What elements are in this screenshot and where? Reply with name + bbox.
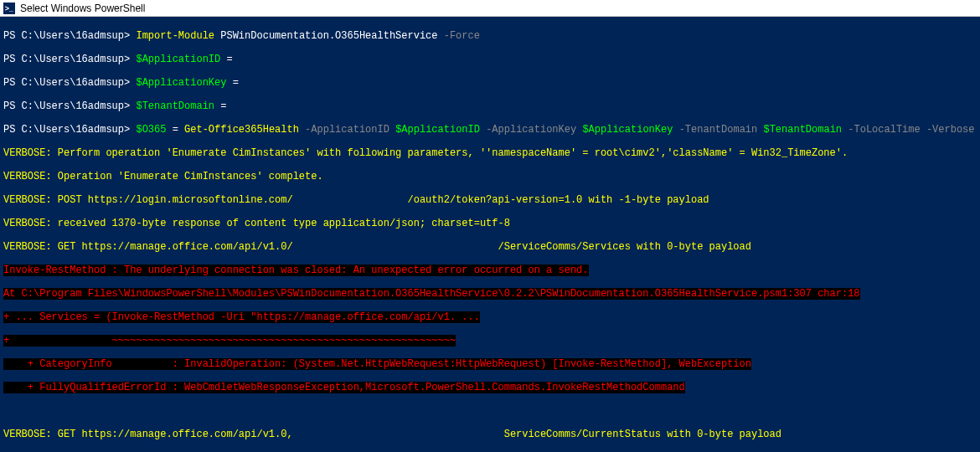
- error-line: + ~~~~~~~~~~~~~~~~~~~~~~~~~~~~~~~~~~~~~~…: [3, 335, 977, 347]
- error-line: + ... Services = (Invoke-RestMethod -Uri…: [3, 311, 977, 323]
- command-line: PS C:\Users\16admsup> $TenantDomain =: [3, 100, 977, 112]
- powershell-icon: >_: [3, 3, 15, 14]
- window-title: Select Windows PowerShell: [20, 3, 145, 14]
- console-output[interactable]: PS C:\Users\16admsup> Import-Module PSWi…: [0, 17, 980, 452]
- command-line: PS C:\Users\16admsup> Import-Module PSWi…: [3, 30, 977, 42]
- verbose-line: VERBOSE: POST https://login.microsoftonl…: [3, 194, 977, 206]
- verbose-line: VERBOSE: GET https://manage.office.com/a…: [3, 429, 977, 440]
- error-line: + CategoryInfo : InvalidOperation: (Syst…: [3, 358, 977, 370]
- command-line: PS C:\Users\16admsup> $ApplicationKey =: [3, 77, 977, 89]
- title-bar[interactable]: >_ Select Windows PowerShell: [0, 0, 980, 17]
- error-line: Invoke-RestMethod : The underlying conne…: [3, 265, 977, 276]
- verbose-line: VERBOSE: GET https://manage.office.com/a…: [3, 241, 977, 253]
- blank-line: [3, 405, 977, 417]
- error-line: At C:\Program Files\WindowsPowerShell\Mo…: [3, 288, 977, 300]
- command-line: PS C:\Users\16admsup> $O365 = Get-Office…: [3, 124, 977, 136]
- verbose-line: VERBOSE: received 1370-byte response of …: [3, 218, 977, 229]
- command-line: PS C:\Users\16admsup> $ApplicationID =: [3, 54, 977, 65]
- verbose-line: VERBOSE: Perform operation 'Enumerate Ci…: [3, 147, 977, 159]
- verbose-line: VERBOSE: Operation 'Enumerate CimInstanc…: [3, 171, 977, 182]
- error-line: + FullyQualifiedErrorId : WebCmdletWebRe…: [3, 382, 977, 393]
